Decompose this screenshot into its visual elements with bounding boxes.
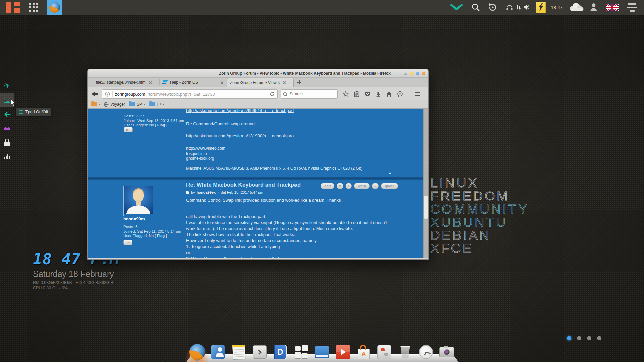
url-bar[interactable]: zoringroup.com/forum/viewtopic.php?f=5&t… xyxy=(102,89,278,99)
tab-zorin-forum-active[interactable]: Zorin Group Forum • View top... xyxy=(227,78,294,87)
home-icon[interactable] xyxy=(386,91,392,97)
search-bar[interactable] xyxy=(281,89,338,99)
power-manager-icon[interactable] xyxy=(536,2,546,13)
workspace-dot-1[interactable] xyxy=(567,336,571,340)
avatar[interactable] xyxy=(123,186,153,216)
distro-logo-icon[interactable] xyxy=(6,2,20,13)
dock: D A xyxy=(189,344,455,360)
app-grid-icon[interactable] xyxy=(29,3,38,12)
pm-button[interactable]: pm xyxy=(124,127,133,132)
edit-button[interactable]: edit xyxy=(321,183,334,189)
dock-firefox[interactable] xyxy=(189,344,205,360)
tab-help-zorin[interactable]: Help - Zorin OS xyxy=(160,78,227,87)
delete-button[interactable]: x xyxy=(337,183,343,189)
url-path: /forum/viewtopic.php?f=5&t=12733 xyxy=(148,92,265,97)
reload-icon[interactable] xyxy=(270,92,275,97)
firefox-launcher[interactable] xyxy=(47,0,62,15)
dock-software-store[interactable]: A xyxy=(356,344,372,360)
dock-desktop[interactable] xyxy=(314,344,330,360)
download-icon[interactable] xyxy=(376,91,381,97)
forum-link[interactable]: http://askubuntu.com/questions/131900/h … xyxy=(186,133,294,138)
pm-button[interactable]: pm xyxy=(123,240,132,245)
post1-user-meta: Posts: 7127 Joined: Wed Sep 18, 2013 4:5… xyxy=(124,114,184,128)
lock-icon[interactable] xyxy=(0,135,14,149)
dock-notes[interactable] xyxy=(231,344,247,360)
tab-startpage[interactable]: file:///.startpage/0/index.html xyxy=(93,78,159,87)
dock-trash[interactable] xyxy=(397,344,413,360)
folder-icon xyxy=(129,102,135,106)
clipboard-icon[interactable] xyxy=(354,91,359,97)
dock-terminal[interactable] xyxy=(252,344,268,360)
volume-icon[interactable] xyxy=(524,5,530,10)
pocket-icon[interactable] xyxy=(364,91,371,97)
network-arrows-icon[interactable] xyxy=(516,5,521,10)
flag-link[interactable]: Flag xyxy=(157,234,165,238)
dock-contacts[interactable] xyxy=(210,344,226,360)
info-icon[interactable] xyxy=(105,92,110,97)
close-tab-icon[interactable] xyxy=(283,81,286,84)
chevron-down-icon[interactable] xyxy=(98,104,100,105)
dock-camera[interactable] xyxy=(439,344,455,360)
mask-icon[interactable] xyxy=(0,121,14,135)
wallpaper-word: XUBUNTU xyxy=(430,216,529,229)
firefox-menu-icon[interactable] xyxy=(415,92,420,96)
scroll-top-icon[interactable] xyxy=(388,172,392,174)
post1-text: Re Command/Control swap around: xyxy=(186,121,256,126)
report-button[interactable]: ! xyxy=(346,183,352,189)
dock-window-tiles[interactable] xyxy=(293,344,309,360)
window-titlebar[interactable]: Zorin Group Forum • View topic - White M… xyxy=(88,69,428,78)
forum-link[interactable]: http://askubuntu.com/questions/65951/ho … xyxy=(186,109,294,113)
panel-clock[interactable]: 18:47 xyxy=(551,5,563,10)
byline-username[interactable]: honda99ex xyxy=(197,190,216,194)
back-icon[interactable] xyxy=(91,91,99,97)
stats-bars-icon[interactable] xyxy=(0,149,14,164)
close-window-button[interactable] xyxy=(422,72,425,75)
panel-menu-icon[interactable] xyxy=(627,3,637,12)
system-stats-ram: RM 0.98GiB/3.86GiB - HD 4.43GiB/363GiB xyxy=(33,280,119,285)
dock-settings[interactable] xyxy=(376,344,392,360)
post-username: honda99ex xyxy=(123,217,145,221)
post2-user-meta: Posts: 5 Joined: Sat Feb 11, 2017 5:14 p… xyxy=(123,225,181,238)
clock-date: Saturday 18 February xyxy=(33,269,119,279)
dock-dictionary[interactable]: D xyxy=(272,344,288,360)
minimize-button[interactable] xyxy=(410,72,413,75)
weather-cloud-icon[interactable] xyxy=(568,3,584,12)
bookmark-star-icon[interactable] xyxy=(343,91,349,97)
mouse-cursor xyxy=(10,99,16,108)
search-icon[interactable] xyxy=(471,3,480,12)
bookmark-folder-fplus[interactable]: F+ xyxy=(149,102,166,107)
bookmark-voyager[interactable]: Voyager xyxy=(104,102,125,107)
close-tab-icon[interactable] xyxy=(149,81,152,84)
back-arrow-icon[interactable] xyxy=(0,107,14,121)
shade-icon[interactable] xyxy=(404,72,407,75)
history-icon[interactable] xyxy=(488,3,497,12)
navigation-toolbar: zoringroup.com/forum/viewtopic.php?f=5&t… xyxy=(88,87,428,100)
new-tab-button[interactable] xyxy=(297,80,301,84)
quote-button[interactable]: quote xyxy=(381,183,398,189)
scrollbar-thumb[interactable] xyxy=(424,196,428,219)
airplane-icon[interactable]: ✈ xyxy=(0,79,14,93)
chevron-down-icon[interactable] xyxy=(450,4,463,11)
dock-clock[interactable] xyxy=(418,344,434,360)
flag-link[interactable]: Flag xyxy=(157,123,165,127)
bookmark-folder-sp[interactable]: SP xyxy=(129,102,147,107)
search-input[interactable] xyxy=(281,90,337,98)
workspace-dot-2[interactable] xyxy=(577,336,581,340)
uk-flag-icon[interactable] xyxy=(606,4,619,11)
post-divider xyxy=(88,177,428,180)
feedback-smiley-icon[interactable] xyxy=(397,91,403,97)
close-tab-icon[interactable] xyxy=(220,81,224,84)
warn-button[interactable]: warn xyxy=(354,183,370,189)
headphones-icon[interactable] xyxy=(506,4,513,10)
url-domain: zoringroup.com xyxy=(115,92,145,97)
bookmarks-folder-icon[interactable] xyxy=(91,102,97,106)
user-icon[interactable] xyxy=(590,3,598,12)
workspace-dot-4[interactable] xyxy=(597,336,601,340)
workspace-dot-3[interactable] xyxy=(587,336,591,340)
window-title: Zorin Group Forum • View topic - White M… xyxy=(219,69,391,78)
signature-link[interactable]: http://www.vimeo.com xyxy=(186,146,225,151)
scrollbar[interactable] xyxy=(423,109,428,258)
info-button[interactable]: ? xyxy=(372,183,379,189)
maximize-button[interactable] xyxy=(416,72,419,75)
dock-video-player[interactable] xyxy=(335,344,351,360)
